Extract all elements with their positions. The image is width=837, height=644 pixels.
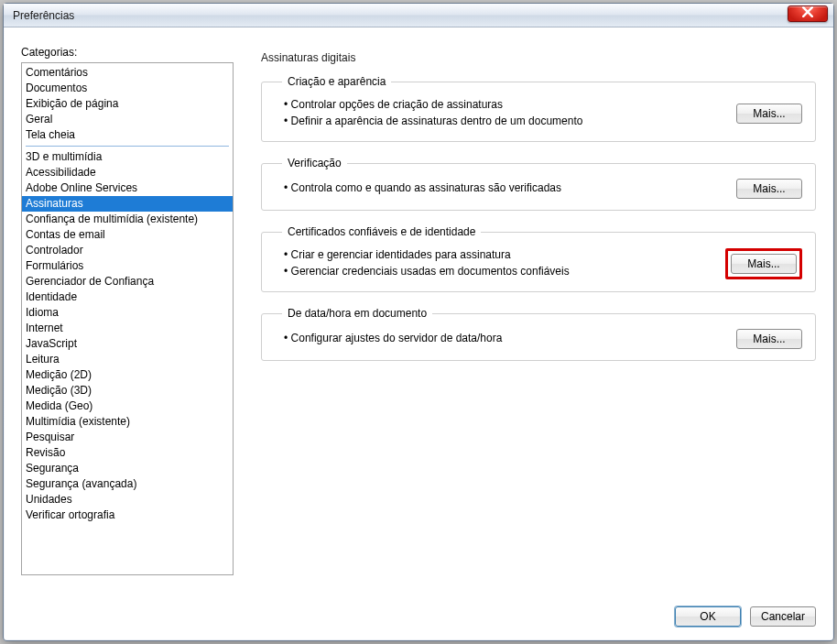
section-description: Criar e gerenciar identidades para assin… xyxy=(275,247,714,280)
section-row: Controla como e quando as assinaturas sã… xyxy=(275,169,802,199)
category-item[interactable]: Comentários xyxy=(22,65,233,81)
titlebar: Preferências xyxy=(4,4,833,27)
sections-host: Criação e aparênciaControlar opções de c… xyxy=(261,75,816,361)
section-group: VerificaçãoControla como e quando as ass… xyxy=(261,157,816,211)
section-legend: Certificados confiáveis e de identidade xyxy=(282,225,481,238)
section-legend: Criação e aparência xyxy=(282,75,391,88)
category-item[interactable]: Contas de email xyxy=(22,227,233,243)
description-line: Gerenciar credenciais usadas em document… xyxy=(284,264,714,278)
more-button[interactable]: Mais... xyxy=(736,104,802,124)
close-button[interactable] xyxy=(788,5,828,22)
section-description: Configurar ajustes do servidor de data/h… xyxy=(275,331,725,347)
signatures-panel: Assinaturas digitais Criação e aparência… xyxy=(261,46,816,597)
category-item[interactable]: Documentos xyxy=(22,81,233,96)
category-item[interactable]: Medida (Geo) xyxy=(22,398,233,414)
category-item[interactable]: Exibição de página xyxy=(22,96,233,112)
description-line: Controlar opções de criação de assinatur… xyxy=(284,97,725,112)
more-button[interactable]: Mais... xyxy=(736,179,802,199)
section-description: Controla como e quando as assinaturas sã… xyxy=(275,180,725,197)
category-item[interactable]: Acessibilidade xyxy=(22,165,233,180)
category-item[interactable]: Internet xyxy=(22,321,233,336)
category-item[interactable]: Geral xyxy=(22,112,233,127)
category-item[interactable]: Adobe Online Services xyxy=(22,180,233,196)
cancel-button[interactable]: Cancelar xyxy=(750,606,816,627)
category-item[interactable]: Identidade xyxy=(22,289,233,305)
category-item[interactable]: Segurança (avançada) xyxy=(22,476,233,492)
main-row: Categorias: ComentáriosDocumentosExibiçã… xyxy=(21,46,816,597)
panel-title: Assinaturas digitais xyxy=(261,51,816,64)
section-row: Criar e gerenciar identidades para assin… xyxy=(275,238,802,280)
category-item[interactable]: Revisão xyxy=(22,445,233,461)
category-item[interactable]: Idioma xyxy=(22,305,233,321)
categories-label: Categorias: xyxy=(21,46,234,59)
close-icon xyxy=(802,6,813,20)
section-row: Controlar opções de criação de assinatur… xyxy=(275,88,802,130)
ok-button[interactable]: OK xyxy=(675,606,741,627)
more-button[interactable]: Mais... xyxy=(736,329,802,349)
category-item[interactable]: Unidades xyxy=(22,492,233,508)
category-item[interactable]: Medição (3D) xyxy=(22,383,233,398)
preferences-window: Preferências Categorias: ComentáriosDocu… xyxy=(3,3,834,641)
categories-list[interactable]: ComentáriosDocumentosExibição de páginaG… xyxy=(21,62,234,575)
category-item[interactable]: Tela cheia xyxy=(22,127,233,143)
section-group: Certificados confiáveis e de identidadeC… xyxy=(261,225,816,292)
section-group: De data/hora em documentoConfigurar ajus… xyxy=(261,307,816,361)
description-line: Controla como e quando as assinaturas sã… xyxy=(284,180,725,195)
category-item[interactable]: Medição (2D) xyxy=(22,367,233,383)
description-line: Configurar ajustes do servidor de data/h… xyxy=(284,331,725,345)
categories-sidebar: Categorias: ComentáriosDocumentosExibiçã… xyxy=(21,46,234,597)
description-line: Criar e gerenciar identidades para assin… xyxy=(284,247,714,262)
category-item[interactable]: Segurança xyxy=(22,461,233,476)
category-item[interactable]: Confiança de multimídia (existente) xyxy=(22,212,233,227)
section-description: Controlar opções de criação de assinatur… xyxy=(275,97,725,130)
category-item[interactable]: Pesquisar xyxy=(22,430,233,445)
description-line: Definir a aparência de assinaturas dentr… xyxy=(284,114,725,128)
category-item[interactable]: Leitura xyxy=(22,352,233,367)
dialog-content: Categorias: ComentáriosDocumentosExibiçã… xyxy=(5,27,832,639)
category-item[interactable]: Gerenciador de Confiança xyxy=(22,274,233,289)
section-group: Criação e aparênciaControlar opções de c… xyxy=(261,75,816,142)
category-item[interactable]: Formulários xyxy=(22,258,233,274)
category-item[interactable]: JavaScript xyxy=(22,336,233,352)
category-separator xyxy=(26,146,229,147)
more-button[interactable]: Mais... xyxy=(731,254,797,274)
section-legend: Verificação xyxy=(282,157,347,169)
window-title: Preferências xyxy=(13,9,74,22)
highlight-ring: Mais... xyxy=(725,248,802,279)
section-legend: De data/hora em documento xyxy=(282,307,432,320)
section-row: Configurar ajustes do servidor de data/h… xyxy=(275,320,802,349)
category-item[interactable]: 3D e multimídia xyxy=(22,149,233,165)
category-item[interactable]: Controlador xyxy=(22,243,233,258)
category-item[interactable]: Multimídia (existente) xyxy=(22,414,233,430)
dialog-footer: OK Cancelar xyxy=(21,597,816,627)
category-item[interactable]: Assinaturas xyxy=(22,196,233,212)
category-item[interactable]: Verificar ortografia xyxy=(22,508,233,523)
